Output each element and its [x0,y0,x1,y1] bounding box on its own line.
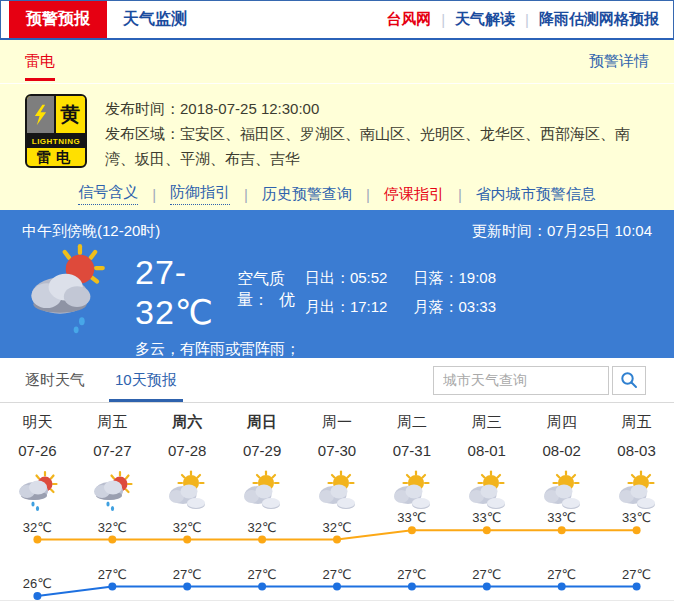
badge-name-label: 雷电 [27,148,85,167]
temp-point [108,583,116,591]
alert-type-tab[interactable]: 雷电 [25,52,55,81]
tab-hourly-weather[interactable]: 逐时天气 [25,358,85,402]
temp-point [33,536,41,544]
temp-label: 27℃ [397,567,426,582]
temp-label: 33℃ [547,510,576,525]
nav-bar: 预警预报 天气监测 台风网|天气解读|降雨估测网格预报 [0,0,674,40]
temp-point [33,592,41,600]
alert-link-separator: | [458,186,462,203]
alert-header: 雷电 预警详情 [0,40,674,81]
forecast-date-7: 08-02 [524,442,599,470]
city-search-input[interactable] [433,366,609,395]
alert-link-3[interactable]: 停课指引 [384,185,444,204]
temp-point [483,583,491,591]
forecast-day-4: 周一 [300,413,375,442]
badge-level: 黄 [56,96,85,133]
lightning-icon [27,96,56,133]
temp-label: 27℃ [322,567,351,582]
forecast-day-6: 周三 [449,413,524,442]
temp-range: 27-32℃ [135,253,219,332]
forecast-date-6: 08-01 [449,442,524,470]
alert-link-separator: | [152,186,156,203]
forecast-date-0: 07-26 [0,442,75,470]
temp-point [333,583,341,591]
forecast-date-1: 07-27 [75,442,150,470]
sun-moon-times: 日出：05:52日落：19:08月出：17:12月落：03:33 [305,243,496,317]
forecast-date-4: 07-30 [300,442,375,470]
current-header: 中午到傍晚(12-20时) 更新时间：07月25日 10:04 [0,210,674,241]
search-icon [620,371,638,389]
nav-right-links: 台风网|天气解读|降雨估测网格预报 [386,1,673,38]
tab-warning-forecast[interactable]: 预警预报 [9,1,107,38]
alert-type-label: 雷电 [25,52,55,69]
moonrise-info: 月出：17:12 [305,298,388,317]
tab-ten-day-forecast[interactable]: 10天预报 [115,358,177,402]
alert-link-separator: | [366,186,370,203]
nav-link-3[interactable]: 网格预报 [599,10,659,29]
forecast-date-8: 08-03 [599,442,674,470]
forecast-tabbar: 逐时天气 10天预报 [0,358,674,403]
forecast-date-5: 07-31 [374,442,449,470]
alert-link-0[interactable]: 信号含义 [78,183,138,205]
nav-separator: | [525,11,529,28]
search-button[interactable] [612,366,646,395]
temp-point [408,526,416,534]
alert-body: 黄 LIGHTNING 雷电 发布时间：2018-07-25 12:30:00 … [0,84,674,171]
nav-separator: | [441,11,445,28]
temp-point [258,583,266,591]
temp-label: 33℃ [472,510,501,525]
forecast-period-label: 中午到傍晚(12-20时) [22,222,160,241]
temp-label: 26℃ [23,576,52,591]
badge-en-label: LIGHTNING [27,135,85,148]
forecast-day-0: 明天 [0,413,75,442]
alert-detail-link[interactable]: 预警详情 [589,52,649,71]
temp-point [483,526,491,534]
temp-label: 32℃ [248,520,277,535]
temp-label: 33℃ [622,510,651,525]
alert-section: 雷电 预警详情 黄 LIGHTNING 雷电 发布时间：2018-07-25 1… [0,40,674,210]
current-weather-panel: 中午到傍晚(12-20时) 更新时间：07月25日 10:04 [0,210,674,358]
temp-label: 27℃ [248,567,277,582]
air-quality: 空气质量：优 [237,269,305,311]
forecast-day-1: 周五 [75,413,150,442]
temp-point [258,536,266,544]
alert-link-2[interactable]: 历史预警查询 [262,185,352,204]
forecast-day-3: 周日 [225,413,300,442]
forecast-day-7: 周四 [524,413,599,442]
temp-label: 32℃ [98,520,127,535]
temp-point [558,583,566,591]
tab-weather-monitor[interactable]: 天气监测 [123,1,187,38]
current-weather-icon [22,243,117,335]
temp-label: 27℃ [173,567,202,582]
forecast-date-3: 07-29 [225,442,300,470]
temp-point [633,583,641,591]
temperature-chart: 32℃32℃32℃32℃32℃33℃33℃33℃33℃26℃27℃27℃27℃2… [0,510,674,603]
alert-link-4[interactable]: 省内城市预警信息 [476,185,596,204]
alert-link-separator: | [244,186,248,203]
alert-link-1[interactable]: 防御指引 [170,183,230,205]
forecast-day-5: 周二 [374,413,449,442]
nav-link-0[interactable]: 台风网 [386,10,431,29]
temp-point [183,536,191,544]
temp-label: 32℃ [322,520,351,535]
temp-label: 27℃ [98,567,127,582]
alert-type-underline [25,78,55,81]
temp-point [558,526,566,534]
temp-label: 32℃ [23,520,52,535]
temp-point [183,583,191,591]
alert-info: 发布时间：2018-07-25 12:30:00 发布区域：宝安区、福田区、罗湖… [105,94,649,171]
publish-area-value: 宝安区、福田区、罗湖区、南山区、光明区、龙华区、西部海区、南湾、坂田、平湖、布吉… [105,125,630,167]
section-bottom-divider [0,600,674,601]
temp-point [633,526,641,534]
nav-link-2[interactable]: 降雨估测 [539,10,599,29]
temp-point [333,536,341,544]
forecast-day-8: 周五 [599,413,674,442]
temp-point [108,536,116,544]
ten-day-forecast: 明天周五周六周日周一周二周三周四周五 07-2607-2707-2807-290… [0,404,674,603]
nav-link-1[interactable]: 天气解读 [455,10,515,29]
temp-label: 27℃ [622,567,651,582]
lightning-warning-badge: 黄 LIGHTNING 雷电 [25,94,87,168]
temp-label: 33℃ [397,510,426,525]
publish-area-line: 发布区域：宝安区、福田区、罗湖区、南山区、光明区、龙华区、西部海区、南湾、坂田、… [105,121,649,171]
sunrise-info: 日出：05:52 [305,269,388,288]
